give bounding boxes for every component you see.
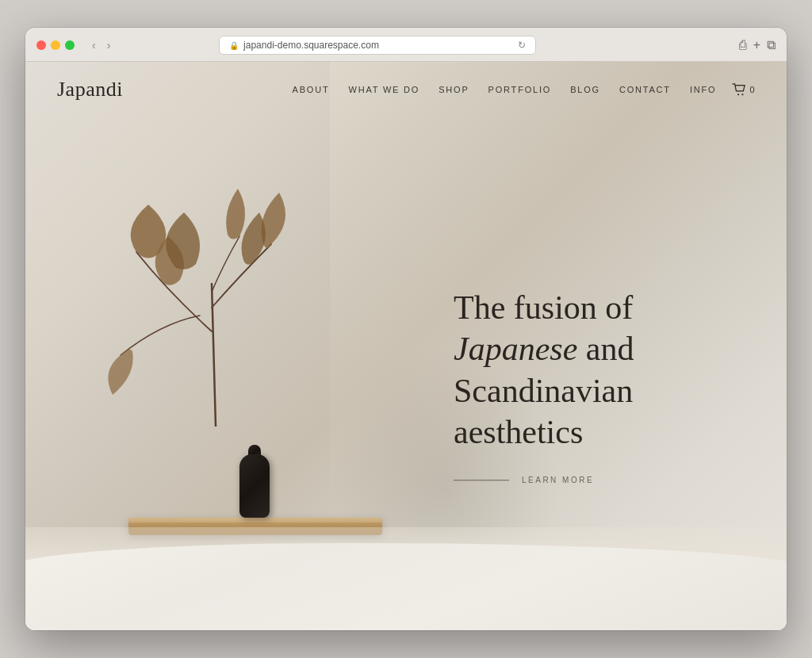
address-bar[interactable]: 🔒 japandi-demo.squarespace.com ↻ bbox=[219, 36, 536, 55]
learn-more-button[interactable]: LEARN MORE bbox=[454, 476, 739, 484]
cart-icon bbox=[732, 83, 746, 96]
browser-controls: ‹ › bbox=[89, 37, 113, 53]
hero-heading: The fusion of Japanese and Scandinavian … bbox=[454, 287, 739, 453]
nav-info[interactable]: INFO bbox=[690, 85, 716, 94]
nav-blog[interactable]: BLOG bbox=[570, 85, 600, 94]
browser-actions: ⎙ + ⧉ bbox=[739, 38, 776, 52]
bed-fabric bbox=[25, 543, 787, 630]
nav-portfolio[interactable]: PORTFOLIO bbox=[488, 85, 552, 94]
shelf-area bbox=[89, 313, 422, 535]
refresh-icon: ↻ bbox=[518, 40, 526, 51]
lock-icon: 🔒 bbox=[229, 41, 239, 50]
back-button[interactable]: ‹ bbox=[89, 37, 99, 53]
vase-body bbox=[239, 454, 270, 518]
nav-about[interactable]: ABOUT bbox=[293, 85, 330, 94]
svg-point-2 bbox=[742, 94, 744, 95]
browser-chrome: ‹ › 🔒 japandi-demo.squarespace.com ↻ ⎙ +… bbox=[25, 28, 787, 62]
bed-area bbox=[25, 527, 787, 630]
nav-links: ABOUT WHAT WE DO SHOP PORTFOLIO BLOG CON… bbox=[293, 85, 717, 94]
site-navigation: Japandi ABOUT WHAT WE DO SHOP PORTFOLIO … bbox=[25, 62, 787, 117]
learn-more-line bbox=[454, 480, 509, 480]
maximize-button[interactable] bbox=[65, 40, 75, 50]
nav-shop[interactable]: SHOP bbox=[439, 85, 469, 94]
share-button[interactable]: ⎙ bbox=[739, 38, 747, 52]
traffic-lights bbox=[36, 40, 75, 50]
cart-count: 0 bbox=[749, 85, 755, 94]
nav-contact[interactable]: CONTACT bbox=[619, 85, 671, 94]
url-text: japandi-demo.squarespace.com bbox=[243, 40, 379, 51]
hero-heading-italic: Japanese bbox=[454, 331, 577, 367]
learn-more-label: LEARN MORE bbox=[522, 476, 594, 484]
minimize-button[interactable] bbox=[51, 40, 60, 50]
website-content: Japandi ABOUT WHAT WE DO SHOP PORTFOLIO … bbox=[25, 62, 787, 630]
cart-button[interactable]: 0 bbox=[732, 83, 755, 96]
vase bbox=[236, 438, 274, 518]
hero-text-block: The fusion of Japanese and Scandinavian … bbox=[454, 287, 739, 484]
duplicate-button[interactable]: ⧉ bbox=[767, 38, 776, 52]
close-button[interactable] bbox=[36, 40, 46, 50]
svg-point-1 bbox=[737, 94, 739, 95]
new-tab-button[interactable]: + bbox=[753, 38, 760, 52]
forward-button[interactable]: › bbox=[104, 37, 114, 53]
hero-heading-normal: The fusion of bbox=[454, 289, 633, 326]
nav-what-we-do[interactable]: WHAT WE DO bbox=[349, 85, 420, 94]
browser-window: ‹ › 🔒 japandi-demo.squarespace.com ↻ ⎙ +… bbox=[25, 28, 787, 630]
site-logo[interactable]: Japandi bbox=[57, 78, 123, 101]
